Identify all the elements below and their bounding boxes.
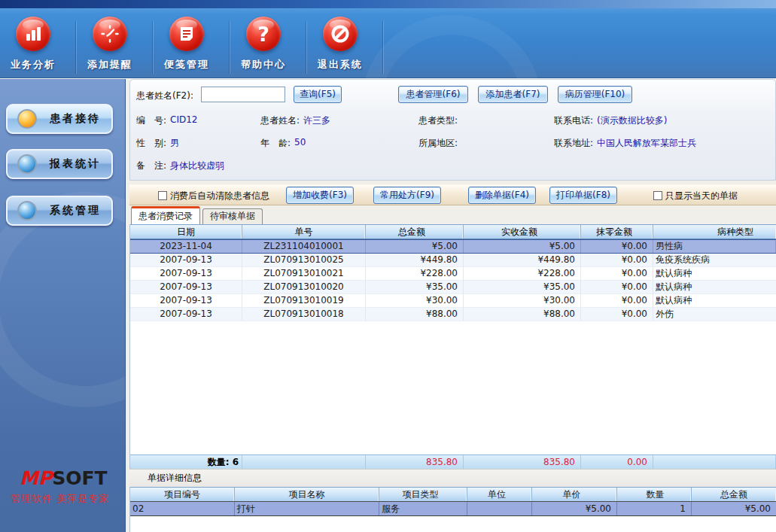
sidebar-item-patient-reception[interactable]: 患者接待 [6,104,113,134]
column-header: 日期 [130,225,242,239]
toolbar-item-business-analysis[interactable]: 业务分析 [0,17,71,71]
table-cell: ZL070913010018 [242,308,366,321]
phone-value: (演示数据比较多) [597,114,667,127]
patient-name-input[interactable] [201,87,285,102]
column-header: 总金额 [692,488,776,501]
table-cell: ¥5.00 [366,240,464,253]
table-cell: ¥0.00 [581,240,653,253]
table-cell: ¥88.00 [464,308,581,321]
patient-manage-button[interactable]: 患者管理(F6) [398,86,468,103]
table-cell: 2007-09-13 [130,267,242,281]
table-cell: ¥35.00 [464,281,581,294]
orb-icon [17,109,37,129]
toolbar-item-help[interactable]: ? 帮助中心 [226,17,301,71]
sidebar-item-label: 报表统计 [50,157,101,171]
toolbar-separator [382,21,383,74]
patient-name-field-label: 患者姓名: [260,114,300,127]
common-prescription-button[interactable]: 常用处方(F9) [373,187,441,204]
table-cell: ¥0.00 [581,308,653,321]
note-icon [169,17,204,51]
column-header: 实收金额 [464,225,581,239]
patient-info-row: 编 号:CID12 患者姓名:许三多 患者类型: 联系电话:(演示数据比较多) [136,114,772,127]
action-bar: 消费后自动清除患者信息 增加收费(F3) 常用处方(F9) 删除单据(F4) 打… [129,184,776,205]
column-header: 病种类型 [653,225,776,239]
consumption-table-header: 日期单号总金额实收金额抹零金额病种类型 [130,224,776,239]
toolbar-item-add-reminder[interactable]: 添加提醒 [72,17,148,71]
detail-table-filler [130,516,776,532]
medical-record-button[interactable]: 病历管理(F10) [558,86,632,103]
checkbox-icon [158,191,167,200]
add-patient-button[interactable]: 添加患者(F7) [478,86,548,103]
table-cell: 2007-09-13 [130,308,242,321]
gender-label: 性 别: [136,137,166,150]
tab-consumption-records[interactable]: 患者消费记录 [131,206,200,224]
main-content: 患者姓名(F2): 查询(F5) 患者管理(F6) 添加患者(F7) 病历管理(… [126,79,776,532]
table-cell: ¥0.00 [581,254,653,267]
table-cell: 默认病种 [653,294,776,308]
total-amount: 835.80 [366,455,464,469]
table-cell: 男性病 [653,240,776,253]
auto-clear-checkbox[interactable]: 消费后自动清除患者信息 [158,190,269,202]
note-label: 备 注: [136,160,166,172]
address-label: 联系地址: [554,137,593,150]
query-button[interactable]: 查询(F5) [294,86,342,103]
phone-label: 联系电话: [554,114,593,127]
add-charge-button[interactable]: 增加收费(F3) [286,187,354,204]
toolbar-item-label: 帮助中心 [226,58,301,71]
table-cell: ZL231104010001 [242,240,366,253]
rounding-amount: 0.00 [581,455,653,469]
toolbar-item-label: 业务分析 [0,58,71,71]
table-cell: 1 [617,502,692,515]
patient-id-value: CID12 [170,114,197,127]
tab-pending-bills[interactable]: 待审核单据 [202,208,263,224]
table-row[interactable]: 2007-09-13ZL070913010018¥88.00¥88.00¥0.0… [130,308,776,321]
summary-cell [653,455,776,469]
table-cell: ZL070913010025 [242,254,366,267]
table-cell: 2023-11-04 [130,240,242,253]
patient-info-row: 备 注:身体比较虚弱 [136,160,772,172]
toolbar-item-label: 便笺管理 [149,58,224,71]
toolbar-item-notes[interactable]: 便笺管理 [149,17,224,71]
toolbar-item-label: 退出系统 [303,58,378,71]
patient-id-label: 编 号: [136,114,166,127]
table-cell: ¥88.00 [366,308,464,321]
column-header: 项目编号 [130,488,235,501]
detail-table-body: 02打针服务¥5.001¥5.00 [130,502,776,516]
table-cell: 打针 [235,502,379,515]
table-row[interactable]: 2023-11-04ZL231104010001¥5.00¥5.00¥0.00男… [130,239,776,254]
table-row[interactable]: 2007-09-13ZL070913010019¥30.00¥30.00¥0.0… [130,294,776,308]
toolbar-item-exit[interactable]: 退出系统 [303,17,378,71]
sidebar-item-label: 患者接待 [50,112,101,126]
summary-row: 数量: 6 835.80 835.80 0.00 [130,454,776,469]
table-row[interactable]: 2007-09-13ZL070913010025¥449.80¥449.80¥0… [130,254,776,267]
sidebar-item-report-statistics[interactable]: 报表统计 [6,149,113,179]
count-label: 数量: 6 [130,455,242,469]
table-cell: ¥5.00 [464,240,581,253]
title-strip [0,0,776,8]
column-header: 数量 [617,488,692,501]
patient-panel: 患者姓名(F2): 查询(F5) 患者管理(F6) 添加患者(F7) 病历管理(… [129,79,776,181]
table-cell: ¥30.00 [464,294,581,308]
summary-cell [242,455,366,469]
table-cell: 默认病种 [653,267,776,281]
table-row[interactable]: 2007-09-13ZL070913010021¥228.00¥228.00¥0… [130,267,776,281]
detail-table-header: 项目编号项目名称项目类型单位单价数量总金额 [130,487,776,502]
table-row[interactable]: 02打针服务¥5.001¥5.00 [130,502,776,516]
print-bill-button[interactable]: 打印单据(F8) [549,187,617,204]
patient-info-row: 性 别:男 年 龄:50 所属地区: 联系地址:中国人民解放军某部士兵 [136,137,772,150]
exit-icon [323,17,358,51]
table-cell: 2007-09-13 [130,281,242,294]
orb-icon [17,154,37,174]
app-window: 业务分析 添加提醒 便笺管理 ? 帮助中心 退出系统 [0,0,776,532]
sidebar-item-system-management[interactable]: 系统管理 [6,196,113,226]
received-amount: 835.80 [464,455,581,469]
column-header: 单号 [242,225,366,239]
age-value: 50 [294,137,306,150]
table-cell: 免疫系统疾病 [653,254,776,267]
delete-bill-button[interactable]: 删除单据(F4) [468,187,536,204]
today-only-checkbox[interactable]: 只显示当天的单据 [653,190,738,202]
table-row[interactable]: 2007-09-13ZL070913010020¥35.00¥35.00¥0.0… [130,281,776,294]
table-cell [467,502,532,515]
column-header: 单位 [467,488,532,501]
table-cell: 服务 [379,502,467,515]
